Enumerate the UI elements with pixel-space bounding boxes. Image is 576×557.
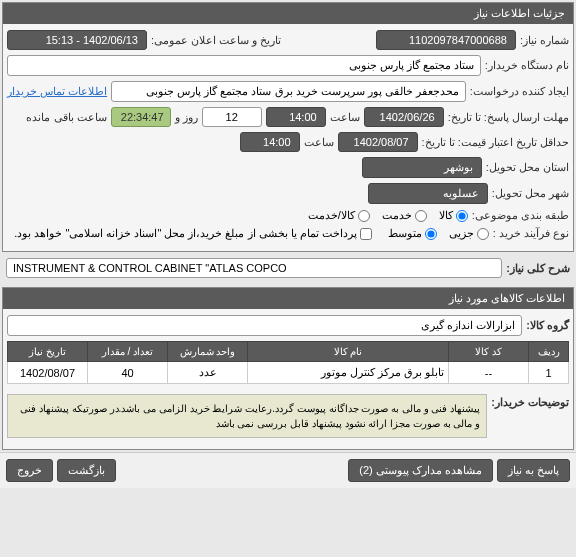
radio-kala-input[interactable] [456, 210, 468, 222]
radio-both-input[interactable] [358, 210, 370, 222]
radio-partial-label: جزیی [449, 227, 474, 240]
cell-date: 1402/08/07 [8, 362, 88, 384]
table-row[interactable]: 1 -- تابلو برق مرکز کنترل موتور عدد 40 1… [8, 362, 569, 384]
items-table: ردیف کد کالا نام کالا واحد شمارش تعداد /… [7, 341, 569, 384]
radio-service[interactable]: خدمت [382, 209, 427, 222]
payment-note: پرداخت تمام یا بخشی از مبلغ خرید،از محل … [14, 227, 357, 240]
radio-kala[interactable]: کالا [439, 209, 468, 222]
radio-both-label: کالا/خدمت [308, 209, 355, 222]
payment-checkbox-item[interactable]: پرداخت تمام یا بخشی از مبلغ خرید،از محل … [14, 227, 372, 240]
back-button[interactable]: بازگشت [57, 459, 116, 482]
info-panel: جزئیات اطلاعات نیاز شماره نیاز: 11020978… [2, 2, 574, 252]
radio-medium-label: متوسط [388, 227, 422, 240]
desc-value: INSTRUMENT & CONTROL CABINET "ATLAS COPC… [6, 258, 502, 278]
table-header-row: ردیف کد کالا نام کالا واحد شمارش تعداد /… [8, 342, 569, 362]
requester-value: محدجعفر خالقی پور سرپرست خرید برق ستاد م… [111, 81, 466, 102]
radio-partial[interactable]: جزیی [449, 227, 489, 240]
deadline-date: 1402/06/26 [364, 107, 444, 127]
city-label: شهر محل تحویل: [492, 187, 569, 200]
contact-link[interactable]: اطلاعات تماس خریدار [7, 85, 107, 98]
days-remaining: 12 [202, 107, 262, 127]
radio-partial-input[interactable] [477, 228, 489, 240]
radio-medium[interactable]: متوسط [388, 227, 437, 240]
cell-name: تابلو برق مرکز کنترل موتور [248, 362, 449, 384]
th-qty: تعداد / مقدار [88, 342, 168, 362]
payment-checkbox[interactable] [360, 228, 372, 240]
items-panel-body: گروه کالا: ابزارالات اندازه گیری ردیف کد… [3, 309, 573, 449]
category-label: طبقه بندی موضوعی: [472, 209, 569, 222]
countdown-timer: 22:34:47 [111, 107, 171, 127]
group-label: گروه کالا: [526, 319, 569, 332]
th-unit: واحد شمارش [168, 342, 248, 362]
exit-button[interactable]: خروج [6, 459, 53, 482]
info-panel-body: شماره نیاز: 1102097847000688 تاریخ و ساع… [3, 24, 573, 251]
need-number-label: شماره نیاز: [520, 34, 569, 47]
deadline-label: مهلت ارسال پاسخ: تا تاریخ: [448, 111, 569, 124]
group-value: ابزارالات اندازه گیری [7, 315, 522, 336]
time-label-2: ساعت [304, 136, 334, 149]
process-label: نوع فرآیند خرید : [493, 227, 569, 240]
cell-row: 1 [529, 362, 569, 384]
footer: پاسخ به نیاز مشاهده مدارک پیوستی (2) باز… [0, 452, 576, 488]
respond-button[interactable]: پاسخ به نیاز [497, 459, 570, 482]
validity-label: حداقل تاریخ اعتبار قیمت: تا تاریخ: [422, 136, 569, 149]
cell-qty: 40 [88, 362, 168, 384]
buyer-label: نام دستگاه خریدار: [485, 59, 569, 72]
buyer-note: پیشنهاد فنی و مالی به صورت جداگانه پیوست… [7, 394, 487, 438]
buyer-value: ستاد مجتمع گاز پارس جنوبی [7, 55, 481, 76]
buyer-note-label: توضیحات خریدار: [491, 390, 569, 409]
desc-label: شرح کلی نیاز: [506, 262, 570, 275]
days-label: روز و [175, 111, 198, 124]
cell-unit: عدد [168, 362, 248, 384]
th-date: تاریخ نیاز [8, 342, 88, 362]
radio-both[interactable]: کالا/خدمت [308, 209, 370, 222]
radio-kala-label: کالا [439, 209, 453, 222]
province-value: بوشهر [362, 157, 482, 178]
requester-label: ایجاد کننده درخواست: [470, 85, 569, 98]
th-code: کد کالا [449, 342, 529, 362]
need-number-value: 1102097847000688 [376, 30, 516, 50]
validity-time: 14:00 [240, 132, 300, 152]
attachments-button[interactable]: مشاهده مدارک پیوستی (2) [348, 459, 493, 482]
items-panel: اطلاعات کالاهای مورد نیاز گروه کالا: ابز… [2, 287, 574, 450]
announce-label: تاریخ و ساعت اعلان عمومی: [151, 34, 281, 47]
th-name: نام کالا [248, 342, 449, 362]
category-radio-group: کالا خدمت کالا/خدمت [308, 209, 468, 222]
process-radio-group: جزیی متوسط [388, 227, 489, 240]
info-panel-header: جزئیات اطلاعات نیاز [3, 3, 573, 24]
province-label: استان محل تحویل: [486, 161, 569, 174]
announce-value: 1402/06/13 - 15:13 [7, 30, 147, 50]
city-value: عسلویه [368, 183, 488, 204]
cell-code: -- [449, 362, 529, 384]
time-label-1: ساعت [330, 111, 360, 124]
radio-service-label: خدمت [382, 209, 412, 222]
radio-medium-input[interactable] [425, 228, 437, 240]
th-row: ردیف [529, 342, 569, 362]
deadline-time: 14:00 [266, 107, 326, 127]
remain-label: ساعت باقی مانده [26, 111, 106, 124]
items-panel-header: اطلاعات کالاهای مورد نیاز [3, 288, 573, 309]
radio-service-input[interactable] [415, 210, 427, 222]
validity-date: 1402/08/07 [338, 132, 418, 152]
